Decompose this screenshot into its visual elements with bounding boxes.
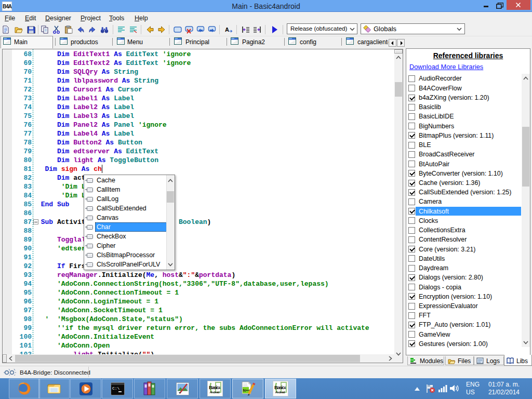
svg-text:Basic4: Basic4	[274, 384, 286, 390]
svg-text:A: A	[225, 26, 229, 33]
svg-text:Android: Android	[210, 390, 220, 394]
svg-text:Basic4: Basic4	[209, 384, 220, 390]
svg-text:Android: Android	[275, 390, 285, 394]
svg-text:C:\: C:\	[112, 386, 120, 391]
